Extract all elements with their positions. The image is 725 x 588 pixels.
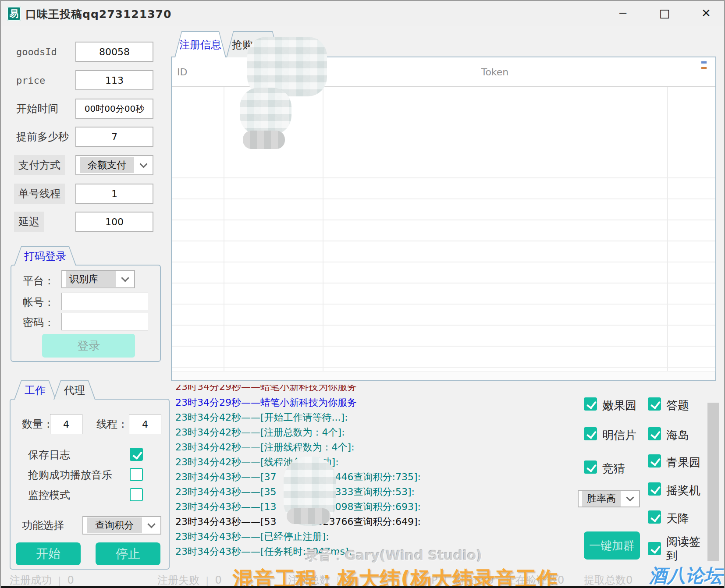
advance-seconds-label: 提前多少秒 xyxy=(16,127,69,147)
tab-proxy[interactable]: 代理 xyxy=(53,380,96,400)
function-select-value: 查询积分 xyxy=(87,517,142,533)
table-horizontal-scrollbar[interactable] xyxy=(172,372,715,380)
log-line: 23时34分42秒——[开始工作请等待...]: xyxy=(175,411,348,424)
thread-count-label: 线程： xyxy=(96,414,128,434)
music-label: 抢购成功播放音乐 xyxy=(28,468,112,482)
tab-label: 工作 xyxy=(14,381,56,400)
price-input[interactable] xyxy=(75,70,153,90)
option-label: 答题 xyxy=(666,398,689,413)
option-checkbox-mingxinpian[interactable] xyxy=(584,427,597,440)
option-label: 嫩果园 xyxy=(602,398,636,413)
payment-method-select[interactable]: 余额支付 xyxy=(75,155,153,175)
savelog-label: 保存日志 xyxy=(28,448,70,462)
music-checkbox[interactable] xyxy=(130,468,143,481)
single-thread-input[interactable] xyxy=(75,184,153,204)
status-register-fail: 注册失败|0 xyxy=(157,573,222,587)
status-separator: | xyxy=(206,575,209,586)
monitor-checkbox[interactable] xyxy=(130,488,143,501)
status-label: 提取总数0 xyxy=(584,573,633,587)
join-group-button[interactable]: 一键加群 xyxy=(584,531,640,560)
status-value: 0 xyxy=(67,574,74,586)
tab-work[interactable]: 工作 xyxy=(14,380,56,400)
advance-seconds-input[interactable] xyxy=(75,127,153,147)
option-label: 摇奖机 xyxy=(666,483,700,498)
single-thread-label: 单号线程 xyxy=(14,184,65,204)
quantity-input[interactable] xyxy=(50,414,82,434)
payment-method-value: 余额支付 xyxy=(80,157,134,173)
account-label: 帐号： xyxy=(23,294,54,311)
option-label: 青果园 xyxy=(666,455,700,470)
payment-method-label: 支付方式 xyxy=(14,155,65,175)
delay-label: 延迟 xyxy=(14,212,44,232)
starttime-input[interactable] xyxy=(75,99,153,119)
censor-blob xyxy=(240,88,291,135)
option-label: 海岛 xyxy=(666,428,689,443)
goodsid-label: goodsId xyxy=(16,42,57,62)
log-text: 23时34分43秒——[37 xyxy=(175,471,277,482)
status-value: 0 xyxy=(215,574,221,586)
column-separator xyxy=(323,87,323,371)
delay-input[interactable] xyxy=(75,212,153,232)
option-checkbox-tianjiang[interactable] xyxy=(648,510,661,524)
status-extract-total: 提取总数0 xyxy=(584,573,633,587)
tab-label: 代理 xyxy=(53,381,96,400)
option-checkbox-haidao[interactable] xyxy=(648,427,661,440)
column-separator xyxy=(667,87,668,371)
window-title: 口味王投稿qq273121370 xyxy=(25,7,171,21)
option-checkbox-dati[interactable] xyxy=(648,397,661,411)
watermark-gray: 录音：Gary(Wind Studio) xyxy=(306,547,482,565)
platform-value: 识别库 xyxy=(66,271,116,287)
savelog-checkbox[interactable] xyxy=(130,448,143,461)
option-label: 阅读签到 xyxy=(666,535,707,563)
log-text: 323766查询积分:649]: xyxy=(317,516,421,527)
options-scrollbar[interactable] xyxy=(707,403,719,561)
password-input[interactable] xyxy=(61,313,148,330)
column-header-token[interactable]: Token xyxy=(323,67,667,78)
tab-label: 注册信息 xyxy=(174,32,226,57)
log-line: 23时34分42秒——[注册线程数为：4个]: xyxy=(175,441,355,454)
tab-register-info[interactable]: 注册信息 xyxy=(174,31,226,57)
option-checkbox-jingcai[interactable] xyxy=(584,460,597,474)
censor-blob xyxy=(287,508,331,524)
status-separator: | xyxy=(58,575,61,586)
watermark-blue: 酒八论坛 xyxy=(649,563,722,588)
function-select-label: 功能选择 xyxy=(22,516,64,535)
log-text: 23时34分43秒——[53 xyxy=(175,516,277,527)
status-register-success: 注册成功|0 xyxy=(10,573,74,587)
stop-button[interactable]: 停止 xyxy=(96,542,160,565)
censor-blob xyxy=(243,131,285,149)
window-close-button[interactable]: ✕ xyxy=(693,4,719,22)
option-label: 竞猜 xyxy=(602,461,625,476)
log-line: 23时34分29秒——蜡笔小新科技为你服务 xyxy=(175,396,357,409)
account-input[interactable] xyxy=(61,293,148,310)
log-text: 23时34分43秒——[13 xyxy=(175,501,277,512)
platform-label: 平台： xyxy=(23,272,54,290)
winrate-select[interactable]: 胜率高 xyxy=(578,490,640,507)
option-checkbox-yueduqiandao[interactable] xyxy=(648,542,661,555)
goodsid-input[interactable] xyxy=(75,42,153,62)
log-text: 23时34分43秒——[35 xyxy=(175,486,277,497)
log-line: 23时34分29秒——蜡笔小新科技为你服务 xyxy=(175,385,357,393)
starttime-label: 开始时间 xyxy=(16,99,58,119)
status-label: 注册失败 xyxy=(157,573,199,587)
tab-label: 打码登录 xyxy=(14,247,76,266)
window-maximize-button[interactable]: □ xyxy=(652,4,677,22)
login-button[interactable]: 登录 xyxy=(42,334,135,358)
option-checkbox-qingguoyuan[interactable] xyxy=(648,454,661,468)
thread-count-input[interactable] xyxy=(129,414,161,434)
log-line: 23时34分42秒——[注册总数为：4个]: xyxy=(175,426,345,439)
option-checkbox-yaojiangji[interactable] xyxy=(648,482,661,496)
watermark-orange: 混音工程：杨大纬(杨大纬录音工作 xyxy=(232,565,558,588)
start-button[interactable]: 开始 xyxy=(16,542,81,565)
title-bar: 易 口味王投稿qq273121370 ─ □ ✕ xyxy=(1,1,724,26)
window-minimize-button[interactable]: ─ xyxy=(610,4,636,22)
function-select[interactable]: 查询积分 xyxy=(82,516,161,535)
log-output[interactable]: 23时34分29秒——蜡笔小新科技为你服务 23时34分29秒——蜡笔小新科技为… xyxy=(172,385,547,567)
option-checkbox-nenguoyuan[interactable] xyxy=(584,397,597,411)
option-label: 明信片 xyxy=(602,428,636,443)
tab-captcha-login[interactable]: 打码登录 xyxy=(14,246,76,266)
column-separator xyxy=(224,87,224,371)
platform-select[interactable]: 识别库 xyxy=(61,270,135,288)
app-logo-icon: 易 xyxy=(7,7,21,21)
column-header-id[interactable]: ID xyxy=(177,67,187,78)
